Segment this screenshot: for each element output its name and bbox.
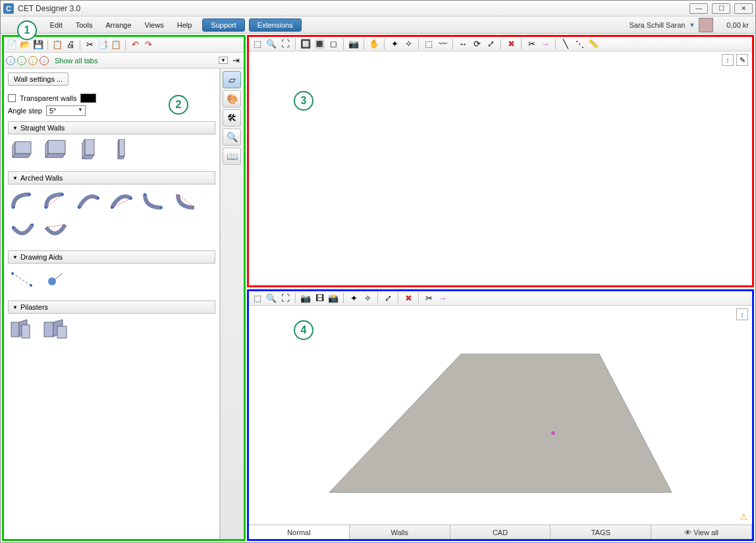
tool3d-film-icon[interactable]: 🎞	[313, 292, 325, 304]
arched-wall-4[interactable]	[108, 188, 136, 212]
arched-wall-1[interactable]	[9, 188, 37, 212]
arched-wall-6[interactable]	[174, 188, 202, 212]
view-2d-canvas[interactable]: ↕ ✎	[249, 51, 752, 285]
drawing-aid-2[interactable]	[42, 268, 70, 291]
tab-cad[interactable]: CAD	[450, 525, 551, 539]
view-arrows-button[interactable]: ↕	[722, 54, 734, 66]
tool3d-zoom-icon[interactable]: 🔍	[265, 292, 277, 304]
drawing-aid-1[interactable]	[9, 268, 37, 291]
tool-line-icon[interactable]: ╲	[560, 38, 572, 50]
show-all-tabs[interactable]: Show all tabs	[55, 57, 217, 65]
menu-arrange[interactable]: Arrange	[99, 18, 138, 32]
side-tab-materials[interactable]: 🎨	[223, 90, 241, 107]
wall-color-swatch[interactable]	[80, 94, 96, 103]
arched-wall-2[interactable]	[42, 188, 70, 212]
tool3d-move-icon[interactable]: ⤢	[382, 292, 394, 304]
tool-zoomreg-icon[interactable]: ◻	[327, 38, 339, 50]
nav-prev-icon[interactable]: ↓	[17, 56, 26, 65]
straight-wall-3[interactable]	[75, 138, 103, 162]
view-3d-canvas[interactable]: ↕ ⚠	[249, 306, 752, 525]
arched-wall-5[interactable]	[141, 188, 169, 212]
save-icon[interactable]: 💾	[32, 39, 44, 51]
menu-edit[interactable]: Edit	[43, 18, 69, 32]
tool3d-select-icon[interactable]: ⬚	[252, 292, 263, 304]
section-drawing-aids[interactable]: ▼Drawing Aids	[8, 250, 215, 264]
tool-delete-icon[interactable]: ✖	[505, 38, 517, 50]
support-button[interactable]: Support	[202, 18, 245, 32]
arched-wall-7[interactable]	[9, 217, 37, 241]
tabs-extra-icon[interactable]: ⇥	[230, 55, 242, 67]
open-icon[interactable]: 📂	[19, 39, 31, 51]
tool3d-arrow-icon[interactable]: →	[437, 292, 448, 304]
nav-last-icon[interactable]: ↓	[40, 56, 49, 65]
nav-next-icon[interactable]: ↓	[28, 56, 38, 65]
tool3d-star2-icon[interactable]: ✧	[362, 292, 373, 304]
print-icon[interactable]: 🖨	[65, 39, 76, 51]
view3d-arrows-button[interactable]: ↕	[736, 308, 748, 320]
close-button[interactable]: ✕	[734, 3, 753, 14]
tool-select-icon[interactable]: ⬚	[252, 38, 263, 50]
wall-settings-button[interactable]: Wall settings ...	[8, 72, 68, 86]
tool3d-camera2-icon[interactable]: 📸	[327, 292, 339, 304]
side-tab-walls[interactable]: ▱	[223, 71, 241, 88]
minimize-button[interactable]: —	[689, 3, 708, 14]
copy-icon[interactable]: 📑	[97, 39, 109, 51]
undo-icon[interactable]: ↶	[129, 39, 141, 51]
pilaster-1[interactable]	[9, 318, 37, 341]
copy-doc-icon[interactable]: 📋	[51, 39, 63, 51]
maximize-button[interactable]: ☐	[712, 3, 730, 14]
pilaster-2[interactable]	[42, 318, 70, 341]
tool-zoom-icon[interactable]: 🔍	[265, 38, 277, 50]
tool-zoomwin-icon[interactable]: ⛶	[279, 38, 291, 50]
tool-pan-icon[interactable]: ✋	[368, 38, 380, 50]
tool-star1-icon[interactable]: ✦	[389, 38, 400, 50]
straight-wall-2[interactable]	[42, 138, 70, 162]
arched-wall-3[interactable]	[75, 188, 103, 212]
cut-icon[interactable]: ✂	[84, 39, 95, 51]
user-menu[interactable]: Sara Schill Saran ▼	[629, 18, 713, 32]
tool-zoomfit-icon[interactable]: 🔲	[300, 38, 311, 50]
tool-measure-icon[interactable]: 📏	[587, 38, 599, 50]
menu-views[interactable]: Views	[138, 18, 171, 32]
tool-camera-icon[interactable]: 📷	[348, 38, 360, 50]
new-icon[interactable]: 📄	[6, 39, 18, 51]
tool-selrect-icon[interactable]: ⬚	[423, 38, 435, 50]
straight-wall-1[interactable]	[9, 138, 37, 162]
tool-dashline-icon[interactable]: ⋱	[574, 38, 585, 50]
side-tab-tools[interactable]: 🛠	[223, 109, 241, 127]
section-arched-walls[interactable]: ▼Arched Walls	[8, 171, 215, 185]
tool-move-icon[interactable]: ↔	[457, 38, 469, 50]
tool-lasso-icon[interactable]: 〰	[437, 38, 448, 50]
menu-tools[interactable]: Tools	[69, 18, 99, 32]
section-pilasters[interactable]: ▼Pilasters	[8, 300, 215, 314]
straight-wall-4[interactable]	[108, 138, 136, 162]
side-tab-search[interactable]: 🔍	[223, 129, 241, 146]
extensions-button[interactable]: Extensions	[249, 18, 302, 32]
tool3d-camera-icon[interactable]: 📷	[300, 292, 311, 304]
angle-step-select[interactable]: 5°	[46, 105, 86, 116]
tool3d-delete-icon[interactable]: ✖	[402, 292, 414, 304]
tabs-dropdown[interactable]: ▼	[219, 57, 228, 64]
nav-first-icon[interactable]: ↓	[6, 56, 15, 65]
tool-cut2-icon[interactable]: ✂	[526, 38, 537, 50]
tab-tags[interactable]: TAGS	[551, 525, 651, 539]
redo-icon[interactable]: ↷	[142, 39, 154, 51]
tab-viewall[interactable]: 👁 View all	[651, 525, 752, 539]
side-tab-catalog[interactable]: 📖	[223, 148, 241, 165]
tool3d-zoomfit-icon[interactable]: ⛶	[279, 292, 291, 304]
tool3d-star1-icon[interactable]: ✦	[348, 292, 360, 304]
transparent-walls-checkbox[interactable]	[8, 94, 16, 102]
warning-icon[interactable]: ⚠	[740, 511, 748, 522]
view-edit-button[interactable]: ✎	[736, 54, 748, 66]
tool-arrow-icon[interactable]: →	[539, 38, 551, 50]
tool-rotate-icon[interactable]: ⟳	[471, 38, 483, 50]
section-straight-walls[interactable]: ▼Straight Walls	[8, 121, 215, 134]
tool-zoomsel-icon[interactable]: 🔳	[313, 38, 325, 50]
tab-normal[interactable]: Normal	[249, 525, 350, 539]
tab-walls[interactable]: Walls	[350, 525, 450, 539]
tool-scale-icon[interactable]: ⤢	[485, 38, 497, 50]
paste-icon[interactable]: 📋	[110, 39, 122, 51]
tool-star2-icon[interactable]: ✧	[402, 38, 414, 50]
tool3d-cut-icon[interactable]: ✂	[423, 292, 435, 304]
arched-wall-8[interactable]	[42, 217, 70, 241]
